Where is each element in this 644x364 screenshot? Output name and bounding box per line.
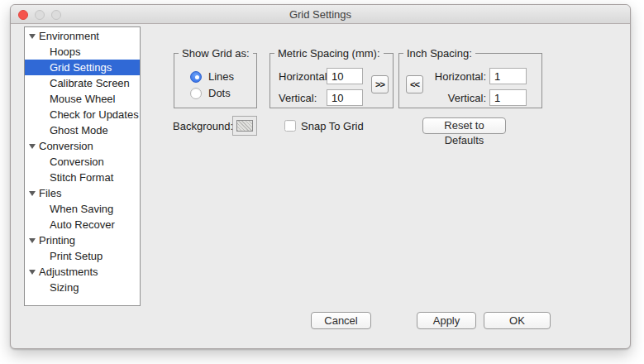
- inch-horizontal-label: Horizontal:: [432, 70, 486, 83]
- sidebar-item-auto-recover[interactable]: Auto Recover: [25, 217, 140, 232]
- inch-horizontal-input[interactable]: [489, 68, 527, 84]
- sidebar-item-label: Calibrate Screen: [50, 77, 130, 89]
- sidebar-item-label: Auto Recover: [50, 218, 115, 231]
- grid-settings-window: Grid Settings Environment Hoops Grid Set…: [10, 4, 631, 349]
- sidebar-item-printing[interactable]: Printing: [25, 232, 140, 248]
- sidebar-item-label: Stitch Format: [50, 171, 113, 184]
- inch-vertical-label: Vertical:: [432, 92, 486, 104]
- lines-radio[interactable]: [190, 71, 202, 83]
- inch-spacing-legend: Inch Spacing:: [403, 47, 475, 60]
- sidebar-item-environment[interactable]: Environment: [25, 28, 140, 44]
- copy-inch-to-metric-button[interactable]: <<: [406, 75, 423, 93]
- swatch-pattern-icon: [236, 120, 253, 132]
- background-label: Background:: [173, 120, 233, 132]
- snap-to-grid-label: Snap To Grid: [301, 120, 364, 132]
- sidebar-item-label: Adjustments: [39, 266, 98, 278]
- dots-radio-label: Dots: [208, 87, 231, 99]
- settings-tree: Environment Hoops Grid Settings Calibrat…: [24, 26, 141, 306]
- sidebar-item-files[interactable]: Files: [25, 185, 140, 201]
- sidebar-item-mouse-wheel[interactable]: Mouse Wheel: [25, 91, 140, 107]
- sidebar-item-label: Print Setup: [50, 250, 103, 262]
- sidebar-item-sizing[interactable]: Sizing: [25, 280, 140, 295]
- window-title: Grid Settings: [11, 8, 630, 21]
- sidebar-item-stitch-format[interactable]: Stitch Format: [25, 170, 140, 185]
- disclosure-triangle-icon[interactable]: [29, 34, 36, 39]
- dots-radio[interactable]: [190, 88, 202, 99]
- disclosure-triangle-icon[interactable]: [29, 238, 36, 243]
- sidebar-item-conversion[interactable]: Conversion: [25, 154, 140, 170]
- snap-to-grid-checkbox[interactable]: [284, 120, 296, 132]
- sidebar-item-label: Hoops: [50, 46, 81, 58]
- sidebar-item-when-saving[interactable]: When Saving: [25, 201, 140, 217]
- sidebar-item-ghost-mode[interactable]: Ghost Mode: [25, 122, 140, 138]
- show-grid-as-group: Show Grid as: Lines Dots: [174, 53, 257, 108]
- metric-spacing-legend: Metric Spacing (mm):: [274, 47, 384, 60]
- metric-vertical-input[interactable]: [327, 89, 363, 106]
- titlebar[interactable]: Grid Settings: [11, 5, 630, 24]
- sidebar-item-label: Conversion: [50, 156, 104, 168]
- sidebar-item-grid-settings[interactable]: Grid Settings: [25, 60, 140, 75]
- sidebar-item-label: Files: [39, 187, 61, 199]
- background-color-swatch[interactable]: [232, 116, 257, 136]
- sidebar-item-check-for-updates[interactable]: Check for Updates: [25, 107, 140, 122]
- reset-to-defaults-button[interactable]: Reset to Defaults: [422, 117, 506, 134]
- sidebar-item-label: Environment: [39, 30, 99, 42]
- sidebar-item-adjustments[interactable]: Adjustments: [25, 264, 140, 280]
- sidebar-item-label: When Saving: [50, 203, 113, 215]
- sidebar-item-print-setup[interactable]: Print Setup: [25, 248, 140, 264]
- metric-spacing-group: Metric Spacing (mm): Horizontal: Vertica…: [270, 53, 394, 108]
- desktop: Grid Settings Environment Hoops Grid Set…: [0, 0, 644, 364]
- sidebar-item-conversion-group[interactable]: Conversion: [25, 138, 140, 154]
- sidebar-item-label: Check for Updates: [50, 108, 139, 121]
- sidebar-item-hoops[interactable]: Hoops: [25, 44, 140, 60]
- dots-radio-row[interactable]: Dots: [190, 87, 231, 99]
- inch-spacing-group: Inch Spacing: << Horizontal: Vertical:: [398, 53, 542, 108]
- disclosure-triangle-icon[interactable]: [29, 270, 36, 275]
- inch-vertical-input[interactable]: [489, 89, 527, 106]
- copy-metric-to-inch-button[interactable]: >>: [371, 75, 389, 93]
- sidebar-item-label: Sizing: [50, 281, 79, 294]
- sidebar-item-label: Printing: [39, 234, 75, 247]
- disclosure-triangle-icon[interactable]: [29, 191, 36, 196]
- ok-button[interactable]: OK: [484, 312, 551, 329]
- lines-radio-row[interactable]: Lines: [190, 70, 234, 83]
- sidebar-item-label: Ghost Mode: [50, 124, 108, 136]
- lines-radio-label: Lines: [208, 70, 234, 83]
- sidebar-item-calibrate-screen[interactable]: Calibrate Screen: [25, 75, 140, 91]
- disclosure-triangle-icon[interactable]: [29, 144, 36, 149]
- sidebar-item-label: Grid Settings: [50, 61, 112, 74]
- metric-vertical-label: Vertical:: [279, 92, 317, 104]
- apply-button[interactable]: Apply: [417, 312, 476, 329]
- metric-horizontal-input[interactable]: [327, 68, 363, 84]
- sidebar-item-label: Conversion: [39, 140, 93, 152]
- metric-horizontal-label: Horizontal:: [279, 70, 330, 83]
- cancel-button[interactable]: Cancel: [311, 312, 371, 329]
- show-grid-as-legend: Show Grid as:: [179, 47, 253, 60]
- sidebar-item-label: Mouse Wheel: [50, 93, 115, 105]
